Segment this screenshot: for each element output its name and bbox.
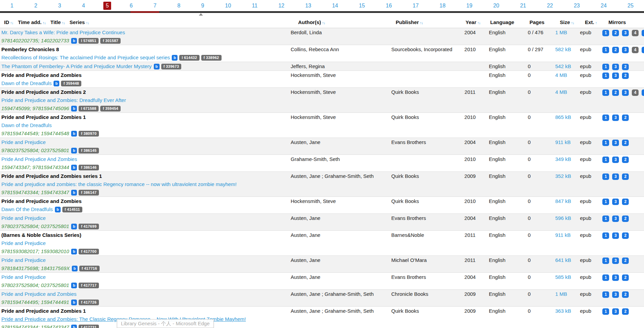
file-id-badge[interactable]: f 359448: [61, 81, 81, 86]
sort-header-id[interactable]: ID↑↓: [4, 19, 13, 25]
sort-header-authors[interactable]: Author(s)↑↓: [290, 19, 386, 25]
file-id-badge[interactable]: l 574851: [79, 38, 99, 44]
mirror-link[interactable]: 3: [612, 115, 619, 121]
page-link[interactable]: 2: [32, 2, 40, 10]
sort-header-ext[interactable]: Ext.↑: [579, 19, 602, 25]
book-title-link[interactable]: Pride and prejudice and zombies: the cla…: [1, 181, 237, 187]
book-title-link[interactable]: Mr. Darcy Takes a Wife: Pride and Prejud…: [1, 29, 125, 35]
mirror-link[interactable]: 1: [602, 73, 609, 79]
file-id-badge[interactable]: f 386146: [79, 165, 99, 170]
scrollbar-track[interactable]: [0, 11, 644, 13]
file-id-badge[interactable]: f 380970: [79, 131, 99, 137]
book-title-link[interactable]: Dawn of the Dreadfuls: [1, 122, 51, 128]
mirror-link[interactable]: 3: [612, 232, 619, 239]
page-link[interactable]: 23: [572, 2, 582, 10]
book-title-link[interactable]: Pride and Prejudice: [1, 139, 46, 145]
scrollbar-thumb[interactable]: [130, 11, 159, 13]
page-link[interactable]: 25: [625, 2, 636, 10]
mirror-link[interactable]: 4: [632, 89, 639, 96]
file-id-badge[interactable]: f 339673: [161, 64, 182, 69]
mirror-link[interactable]: 5: [642, 47, 644, 53]
page-link[interactable]: 4: [80, 2, 87, 10]
download-size-link[interactable]: 911 kB: [555, 232, 571, 238]
mirror-link[interactable]: 3: [612, 308, 619, 315]
page-link[interactable]: 11: [250, 2, 260, 10]
book-badge[interactable]: b: [71, 106, 77, 111]
mirror-link[interactable]: 1: [602, 199, 609, 205]
book-badge[interactable]: b: [71, 165, 77, 170]
book-title-link[interactable]: Recollections of Rosings: The acclaimed …: [1, 55, 170, 60]
mirror-link[interactable]: 2: [622, 157, 629, 163]
mirror-link[interactable]: 2: [622, 64, 629, 70]
mirror-link[interactable]: 3: [612, 291, 619, 298]
mirror-link[interactable]: 3: [612, 73, 619, 79]
mirror-link[interactable]: 1: [602, 89, 609, 96]
horizontal-scrollbar[interactable]: [0, 11, 644, 16]
sort-header-time-added[interactable]: Time add.↑↓: [18, 19, 46, 25]
file-id-badge[interactable]: f 417700: [79, 249, 99, 254]
page-link[interactable]: 17: [410, 2, 421, 10]
page-link[interactable]: 13: [303, 2, 314, 10]
book-badge[interactable]: b: [71, 283, 77, 288]
mirror-link[interactable]: 5: [642, 89, 644, 96]
mirror-link[interactable]: 2: [622, 73, 629, 79]
sort-header-publisher[interactable]: Publisher↑↓: [386, 19, 459, 25]
mirror-link[interactable]: 1: [602, 64, 609, 70]
page-link[interactable]: 19: [464, 2, 475, 10]
mirror-link[interactable]: 2: [622, 216, 629, 222]
file-id-badge[interactable]: f 359454: [100, 106, 121, 111]
file-id-badge[interactable]: l 614432: [179, 55, 199, 61]
download-size-link[interactable]: 4 MB: [555, 89, 567, 95]
book-badge[interactable]: b: [71, 38, 77, 44]
file-id-badge[interactable]: f 338962: [201, 55, 222, 61]
file-id-badge[interactable]: l 671588: [79, 106, 99, 111]
sort-header-year[interactable]: Year↑↓: [459, 19, 481, 25]
page-link[interactable]: 21: [518, 2, 528, 10]
download-size-link[interactable]: 641 kB: [555, 257, 571, 263]
book-badge[interactable]: b: [72, 266, 78, 271]
book-title-link[interactable]: Dawn Of the Dreadfuls: [1, 206, 53, 212]
mirror-link[interactable]: 3: [612, 157, 619, 163]
page-link[interactable]: 20: [491, 2, 502, 10]
book-title-link[interactable]: Pride and Prejudice: [1, 257, 46, 263]
file-id-badge[interactable]: f 417716: [79, 266, 100, 271]
mirror-link[interactable]: 2: [622, 232, 629, 239]
book-title-link[interactable]: Pride and Prejudice: [1, 274, 46, 280]
mirror-link[interactable]: 1: [602, 140, 609, 146]
sort-header-size[interactable]: Size↑↓: [555, 19, 579, 25]
mirror-link[interactable]: 2: [612, 30, 619, 36]
page-link[interactable]: 18: [437, 2, 448, 10]
mirror-link[interactable]: 3: [612, 216, 619, 222]
book-badge[interactable]: b: [71, 190, 77, 196]
book-title-link[interactable]: Pride and Prejudice: [1, 215, 46, 221]
mirror-link[interactable]: 1: [602, 30, 609, 36]
book-title-link[interactable]: Pride and Prejudice: [1, 240, 46, 246]
page-link[interactable]: 12: [276, 2, 287, 10]
file-id-badge[interactable]: f 301587: [100, 38, 121, 44]
mirror-link[interactable]: 2: [622, 173, 629, 180]
mirror-link[interactable]: 2: [622, 140, 629, 146]
mirror-link[interactable]: 1: [602, 47, 609, 53]
mirror-link[interactable]: 3: [612, 140, 619, 146]
file-id-badge[interactable]: f 417699: [79, 224, 99, 229]
book-badge[interactable]: b: [71, 300, 77, 305]
book-title-link[interactable]: Dawn of the Dreadfuls: [1, 80, 51, 86]
mirror-link[interactable]: 1: [602, 173, 609, 180]
mirror-link[interactable]: 3: [612, 64, 619, 70]
download-size-link[interactable]: 1 MB: [555, 291, 567, 297]
download-size-link[interactable]: 363 kB: [555, 308, 571, 314]
page-link-current[interactable]: 5: [103, 2, 111, 10]
page-link[interactable]: 3: [56, 2, 64, 10]
book-badge[interactable]: b: [154, 64, 160, 69]
page-link[interactable]: 10: [223, 2, 233, 10]
sort-header-title[interactable]: Title↑↓: [50, 19, 65, 25]
file-id-badge[interactable]: f 386145: [79, 148, 99, 153]
mirror-link[interactable]: 2: [622, 291, 629, 298]
mirror-link[interactable]: 1: [602, 216, 609, 222]
download-size-link[interactable]: 865 kB: [555, 114, 571, 120]
file-id-badge[interactable]: f 417731: [79, 325, 99, 328]
mirror-link[interactable]: 2: [622, 308, 629, 315]
sort-header-series[interactable]: Series↑↓: [69, 19, 89, 25]
mirror-link[interactable]: 3: [612, 258, 619, 264]
page-link[interactable]: 9: [199, 2, 207, 10]
